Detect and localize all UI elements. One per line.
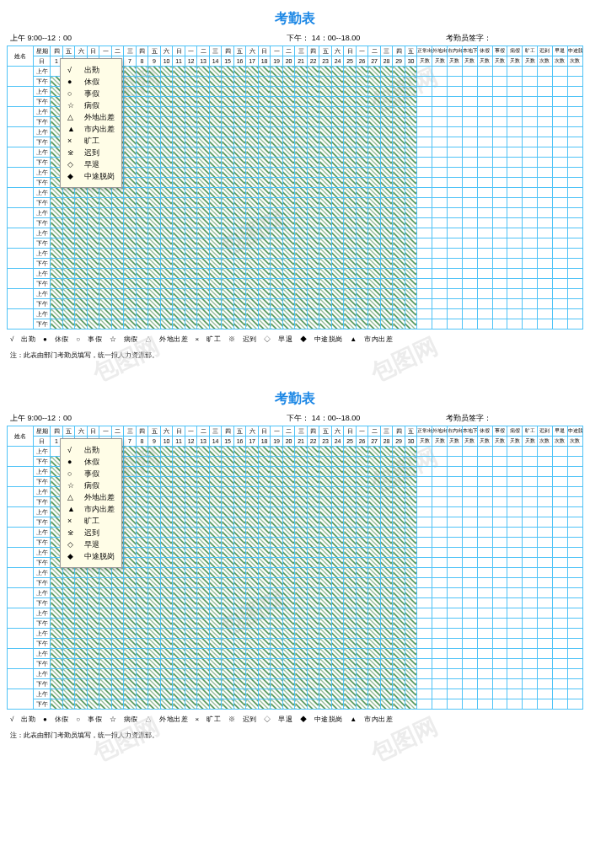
stat-cell[interactable]: [523, 457, 538, 467]
stat-cell[interactable]: [492, 497, 507, 507]
stat-cell[interactable]: [507, 457, 523, 467]
attendance-cell[interactable]: [222, 97, 234, 107]
attendance-cell[interactable]: [148, 629, 161, 639]
attendance-cell[interactable]: [393, 629, 405, 639]
stat-cell[interactable]: [417, 158, 432, 168]
attendance-cell[interactable]: [160, 299, 173, 309]
attendance-cell[interactable]: [136, 107, 148, 117]
name-cell[interactable]: [8, 487, 34, 507]
attendance-cell[interactable]: [405, 639, 417, 649]
stat-cell[interactable]: [462, 548, 477, 558]
stat-cell[interactable]: [552, 259, 567, 269]
attendance-cell[interactable]: [258, 107, 271, 117]
attendance-cell[interactable]: [319, 147, 332, 158]
attendance-cell[interactable]: [160, 447, 173, 457]
stat-cell[interactable]: [507, 97, 523, 107]
stat-cell[interactable]: [538, 447, 553, 457]
stat-cell[interactable]: [538, 679, 553, 689]
attendance-cell[interactable]: [185, 97, 197, 107]
attendance-cell[interactable]: [173, 319, 185, 330]
attendance-cell[interactable]: [271, 477, 283, 487]
attendance-cell[interactable]: [307, 87, 319, 97]
stat-cell[interactable]: [448, 578, 463, 588]
attendance-cell[interactable]: [148, 188, 161, 198]
attendance-cell[interactable]: [173, 639, 185, 649]
attendance-cell[interactable]: [271, 319, 283, 330]
stat-cell[interactable]: [417, 619, 432, 629]
stat-cell[interactable]: [507, 517, 523, 528]
stat-cell[interactable]: [538, 208, 553, 218]
attendance-cell[interactable]: [246, 238, 259, 249]
stat-cell[interactable]: [417, 507, 432, 517]
stat-cell[interactable]: [523, 188, 538, 198]
attendance-cell[interactable]: [258, 497, 271, 507]
stat-cell[interactable]: [462, 137, 477, 147]
attendance-cell[interactable]: [307, 598, 319, 608]
attendance-cell[interactable]: [222, 319, 234, 330]
stat-cell[interactable]: [567, 598, 582, 608]
stat-cell[interactable]: [523, 279, 538, 289]
attendance-cell[interactable]: [307, 649, 319, 659]
attendance-cell[interactable]: [148, 77, 161, 87]
attendance-cell[interactable]: [295, 188, 308, 198]
attendance-cell[interactable]: [148, 198, 161, 208]
stat-cell[interactable]: [507, 507, 523, 517]
attendance-cell[interactable]: [209, 117, 222, 127]
attendance-cell[interactable]: [368, 117, 381, 127]
attendance-cell[interactable]: [393, 299, 405, 309]
stat-cell[interactable]: [492, 289, 507, 299]
stat-cell[interactable]: [432, 87, 448, 97]
attendance-cell[interactable]: [307, 117, 319, 127]
attendance-cell[interactable]: [258, 147, 271, 158]
stat-cell[interactable]: [552, 198, 567, 208]
attendance-cell[interactable]: [75, 619, 88, 629]
attendance-cell[interactable]: [148, 517, 161, 528]
stat-cell[interactable]: [462, 299, 477, 309]
attendance-cell[interactable]: [233, 669, 246, 679]
attendance-cell[interactable]: [148, 578, 161, 588]
stat-cell[interactable]: [507, 447, 523, 457]
stat-cell[interactable]: [477, 588, 492, 598]
attendance-cell[interactable]: [75, 238, 88, 249]
attendance-cell[interactable]: [51, 699, 63, 710]
attendance-cell[interactable]: [295, 548, 308, 558]
attendance-cell[interactable]: [393, 467, 405, 477]
stat-cell[interactable]: [567, 619, 582, 629]
attendance-cell[interactable]: [222, 77, 234, 87]
attendance-cell[interactable]: [393, 147, 405, 158]
attendance-cell[interactable]: [148, 639, 161, 649]
attendance-cell[interactable]: [99, 619, 112, 629]
attendance-cell[interactable]: [258, 598, 271, 608]
attendance-cell[interactable]: [331, 467, 344, 477]
stat-cell[interactable]: [462, 507, 477, 517]
attendance-cell[interactable]: [233, 228, 246, 238]
attendance-cell[interactable]: [271, 249, 283, 259]
attendance-cell[interactable]: [87, 309, 99, 319]
attendance-cell[interactable]: [87, 259, 99, 269]
attendance-cell[interactable]: [331, 659, 344, 669]
attendance-cell[interactable]: [233, 659, 246, 669]
attendance-cell[interactable]: [87, 228, 99, 238]
stat-cell[interactable]: [567, 178, 582, 188]
attendance-cell[interactable]: [173, 238, 185, 249]
stat-cell[interactable]: [507, 87, 523, 97]
attendance-cell[interactable]: [209, 137, 222, 147]
name-cell[interactable]: [8, 649, 34, 669]
stat-cell[interactable]: [523, 228, 538, 238]
stat-cell[interactable]: [448, 699, 463, 710]
attendance-cell[interactable]: [124, 249, 137, 259]
attendance-cell[interactable]: [111, 259, 124, 269]
attendance-cell[interactable]: [148, 117, 161, 127]
stat-cell[interactable]: [552, 497, 567, 507]
attendance-cell[interactable]: [246, 619, 259, 629]
stat-cell[interactable]: [552, 538, 567, 548]
attendance-cell[interactable]: [393, 598, 405, 608]
attendance-cell[interactable]: [185, 147, 197, 158]
attendance-cell[interactable]: [99, 629, 112, 639]
attendance-cell[interactable]: [271, 608, 283, 619]
attendance-cell[interactable]: [307, 208, 319, 218]
attendance-cell[interactable]: [136, 147, 148, 158]
attendance-cell[interactable]: [331, 447, 344, 457]
attendance-cell[interactable]: [356, 107, 368, 117]
attendance-cell[interactable]: [233, 259, 246, 269]
